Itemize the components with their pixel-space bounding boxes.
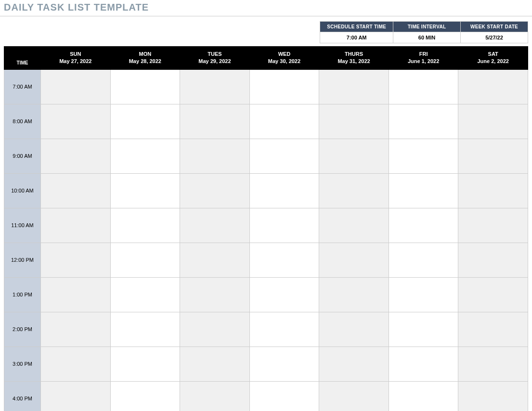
schedule-cell[interactable] — [41, 104, 111, 139]
schedule-cell[interactable] — [110, 173, 180, 208]
schedule-cell[interactable] — [41, 312, 111, 347]
schedule-cell[interactable] — [180, 312, 250, 347]
schedule-cell[interactable] — [180, 277, 250, 312]
time-cell: 4:00 PM — [4, 381, 41, 411]
day-header: SUNMay 27, 2022 — [41, 47, 111, 70]
schedule-cell[interactable] — [41, 208, 111, 243]
schedule-cell[interactable] — [41, 381, 111, 411]
schedule-cell[interactable] — [389, 139, 458, 173]
schedule-cell[interactable] — [458, 173, 528, 208]
schedule-cell[interactable] — [41, 277, 111, 312]
settings-header-interval: TIME INTERVAL — [393, 22, 461, 32]
schedule-cell[interactable] — [249, 381, 319, 411]
schedule-cell[interactable] — [389, 104, 458, 139]
schedule-cell[interactable] — [41, 139, 111, 173]
schedule-cell[interactable] — [249, 243, 319, 277]
schedule-cell[interactable] — [110, 381, 180, 411]
schedule-cell[interactable] — [249, 347, 319, 381]
schedule-cell[interactable] — [180, 243, 250, 277]
schedule-cell[interactable] — [41, 173, 111, 208]
schedule-cell[interactable] — [180, 208, 250, 243]
schedule-cell[interactable] — [389, 173, 458, 208]
schedule-cell[interactable] — [110, 139, 180, 173]
schedule-cell[interactable] — [319, 69, 389, 104]
time-cell: 12:00 PM — [4, 243, 41, 277]
schedule-cell[interactable] — [458, 69, 528, 104]
day-header: SATJune 2, 2022 — [458, 47, 528, 70]
schedule-cell[interactable] — [458, 208, 528, 243]
schedule-cell[interactable] — [319, 277, 389, 312]
schedule-cell[interactable] — [319, 243, 389, 277]
schedule-cell[interactable] — [319, 173, 389, 208]
schedule-cell[interactable] — [389, 381, 458, 411]
schedule-cell[interactable] — [319, 104, 389, 139]
day-name: WED — [253, 51, 316, 58]
time-cell: 2:00 PM — [4, 312, 41, 347]
time-cell: 3:00 PM — [4, 347, 41, 381]
schedule-row: 12:00 PM — [4, 243, 528, 277]
day-date: May 30, 2022 — [253, 58, 316, 65]
day-name: THURS — [322, 51, 386, 58]
schedule-cell[interactable] — [110, 243, 180, 277]
time-cell: 9:00 AM — [4, 139, 41, 173]
schedule-cell[interactable] — [458, 104, 528, 139]
schedule-cell[interactable] — [180, 381, 250, 411]
day-date: May 28, 2022 — [114, 58, 177, 65]
time-column-header: TIME — [4, 47, 41, 70]
schedule-cell[interactable] — [389, 312, 458, 347]
day-date: June 2, 2022 — [461, 58, 525, 65]
day-date: May 31, 2022 — [322, 58, 386, 65]
schedule-cell[interactable] — [41, 347, 111, 381]
schedule-cell[interactable] — [110, 104, 180, 139]
schedule-cell[interactable] — [249, 277, 319, 312]
schedule-cell[interactable] — [319, 381, 389, 411]
schedule-cell[interactable] — [110, 312, 180, 347]
day-date: June 1, 2022 — [392, 58, 455, 65]
schedule-cell[interactable] — [458, 347, 528, 381]
day-header: FRIJune 1, 2022 — [389, 47, 458, 70]
schedule-cell[interactable] — [389, 243, 458, 277]
schedule-cell[interactable] — [249, 104, 319, 139]
day-header: TUESMay 29, 2022 — [180, 47, 250, 70]
schedule-cell[interactable] — [389, 277, 458, 312]
schedule-cell[interactable] — [180, 173, 250, 208]
schedule-cell[interactable] — [319, 139, 389, 173]
schedule-cell[interactable] — [110, 277, 180, 312]
schedule-row: 4:00 PM — [4, 381, 528, 411]
schedule-cell[interactable] — [249, 139, 319, 173]
schedule-cell[interactable] — [249, 208, 319, 243]
schedule-cell[interactable] — [319, 312, 389, 347]
settings-header-week-start: WEEK START DATE — [461, 22, 528, 32]
schedule-cell[interactable] — [389, 347, 458, 381]
schedule-cell[interactable] — [180, 69, 250, 104]
schedule-cell[interactable] — [41, 243, 111, 277]
schedule-cell[interactable] — [319, 347, 389, 381]
schedule-cell[interactable] — [180, 139, 250, 173]
schedule-cell[interactable] — [458, 381, 528, 411]
schedule-cell[interactable] — [319, 208, 389, 243]
schedule-cell[interactable] — [180, 347, 250, 381]
schedule-cell[interactable] — [389, 69, 458, 104]
schedule-cell[interactable] — [180, 104, 250, 139]
schedule-cell[interactable] — [249, 69, 319, 104]
time-cell: 8:00 AM — [4, 104, 41, 139]
schedule-row: 9:00 AM — [4, 139, 528, 173]
schedule-cell[interactable] — [110, 347, 180, 381]
schedule-cell[interactable] — [110, 69, 180, 104]
schedule-cell[interactable] — [249, 173, 319, 208]
settings-value-start-time[interactable]: 7:00 AM — [320, 32, 393, 43]
day-header: WEDMay 30, 2022 — [249, 47, 319, 70]
schedule-cell[interactable] — [389, 208, 458, 243]
schedule-cell[interactable] — [249, 312, 319, 347]
schedule-cell[interactable] — [41, 69, 111, 104]
schedule-cell[interactable] — [458, 243, 528, 277]
settings-header-start-time: SCHEDULE START TIME — [320, 22, 393, 32]
schedule-cell[interactable] — [458, 139, 528, 173]
time-cell: 7:00 AM — [4, 69, 41, 104]
schedule-cell[interactable] — [458, 277, 528, 312]
schedule-cell[interactable] — [458, 312, 528, 347]
day-name: MON — [114, 51, 177, 58]
settings-value-week-start[interactable]: 5/27/22 — [461, 32, 528, 43]
schedule-cell[interactable] — [110, 208, 180, 243]
settings-value-interval[interactable]: 60 MIN — [393, 32, 461, 43]
